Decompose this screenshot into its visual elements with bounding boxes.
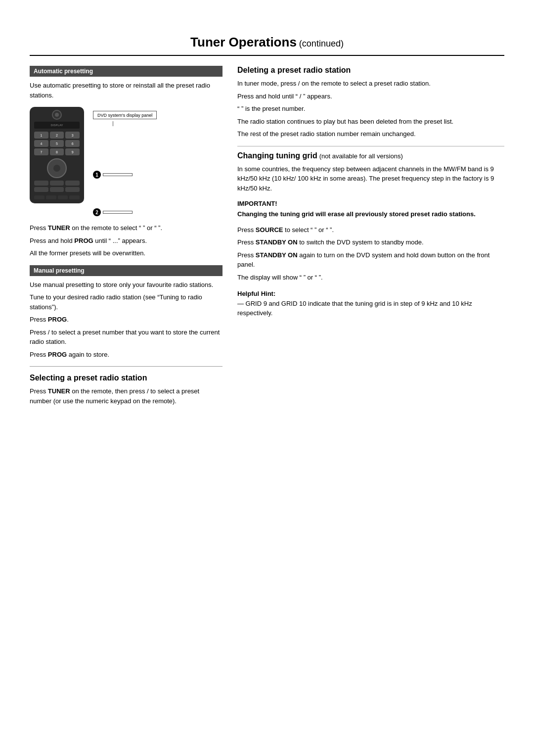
tuning-grid-instructions: Press SOURCE to select “ ” or “ ”. Press… <box>237 225 504 283</box>
divider-1 <box>30 366 222 367</box>
callout-num-2: 2 <box>93 208 101 216</box>
page-title: Tuner Operations (continued) <box>30 35 504 56</box>
display-line: The display will show “ ” or “ ”. <box>237 273 504 283</box>
selecting-preset-title: Selecting a preset radio station <box>30 374 222 382</box>
callout-display-1 <box>103 173 133 176</box>
prog-bold-1: PROG <box>73 237 93 244</box>
deleting-preset-section: Deleting a preset radio station In tuner… <box>237 66 504 139</box>
manual-presetting-section: Manual presetting Use manual presetting … <box>30 265 222 360</box>
automatic-presetting-body: Use automatic presetting to store or rei… <box>30 81 222 100</box>
standby-suffix-1: to switch the DVD system to standby mode… <box>298 238 424 246</box>
manual-presetting-body: Use manual presetting to store only your… <box>30 280 222 360</box>
selecting-preset-section: Selecting a preset radio station Press T… <box>30 374 222 406</box>
press-source-text: Press <box>237 226 254 234</box>
callout-num-1-row: 1 <box>93 171 222 179</box>
automatic-presetting-header: Automatic presetting <box>30 66 222 77</box>
deleting-preset-title: Deleting a preset radio station <box>237 66 504 75</box>
two-col-layout: Automatic presetting Use automatic prese… <box>30 66 504 413</box>
press-prog-store-text: Press <box>30 351 46 358</box>
automatic-presetting-section: Automatic presetting Use automatic prese… <box>30 66 222 258</box>
press-hold-text: Press and hold <box>30 237 73 244</box>
press-tuner-text: Press TUNER on the remote to select “ ” … <box>30 223 222 258</box>
remote-illustration: DISPLAY 1 2 3 4 5 6 7 8 <box>30 107 222 216</box>
source-bold: SOURCE <box>254 226 283 234</box>
left-column: Automatic presetting Use automatic prese… <box>30 66 222 413</box>
helpful-hint-block: Helpful Hint: — GRID 9 and GRID 10 indic… <box>237 289 504 318</box>
standby-bold-2: STANDBY ON <box>254 251 297 259</box>
divider-right-1 <box>237 146 504 146</box>
deleting-preset-body: In tuner mode, press / on the remote to … <box>237 79 504 139</box>
callout-num-2-row: 2 <box>93 208 222 216</box>
important-block: IMPORTANT! Changing the tuning grid will… <box>237 200 504 219</box>
helpful-hint-label: Helpful Hint: <box>237 290 275 297</box>
tuning-grid-title-row: Changing tuning grid (not available for … <box>237 151 504 160</box>
press-standby2-text: Press <box>237 251 254 259</box>
press-standby-text: Press <box>237 238 254 246</box>
standby-bold-1: STANDBY ON <box>254 238 297 246</box>
press-tuner-suffix: on the remote to select “ ” or “ ”. <box>70 224 162 232</box>
callout-display-2 <box>103 211 133 214</box>
selecting-preset-body: Press TUNER on the remote, then press / … <box>30 386 222 406</box>
changing-tuning-grid-section: Changing tuning grid (not available for … <box>237 151 504 318</box>
prog-store-suffix: again to store. <box>67 351 109 358</box>
press-prog-text: Press <box>30 316 46 323</box>
tuner-bold-preset: TUNER <box>46 387 70 395</box>
tuning-grid-subtitle: (not available for all versions) <box>319 152 403 160</box>
tuning-grid-body: In some countries, the frequency step be… <box>237 164 504 193</box>
right-column: Deleting a preset radio station In tuner… <box>237 66 504 413</box>
callout-box-1: DVD system's display panel <box>93 111 157 119</box>
callout-num-1: 1 <box>93 171 101 179</box>
prog-period: . <box>67 316 69 323</box>
tuner-bold: TUNER <box>46 224 70 232</box>
important-text: Changing the tuning grid will erase all … <box>237 209 504 219</box>
until-text: until “ ...” appears. <box>93 237 147 244</box>
prog-bold-store: PROG <box>46 351 67 358</box>
tuning-grid-title: Changing tuning grid <box>237 151 317 160</box>
callout-1: DVD system's display panel <box>93 111 222 119</box>
overwrite-text: All the former presets will be overwritt… <box>30 248 222 258</box>
press-text-1: Press <box>30 224 46 232</box>
manual-presetting-header: Manual presetting <box>30 265 222 276</box>
press-tuner-preset: Press <box>30 387 46 395</box>
prog-bold-manual: PROG <box>46 316 67 323</box>
important-label: IMPORTANT! <box>237 200 504 207</box>
page-container: Tuner Operations (continued) Automatic p… <box>0 0 534 756</box>
source-suffix: to select “ ” or “ ”. <box>283 226 334 234</box>
